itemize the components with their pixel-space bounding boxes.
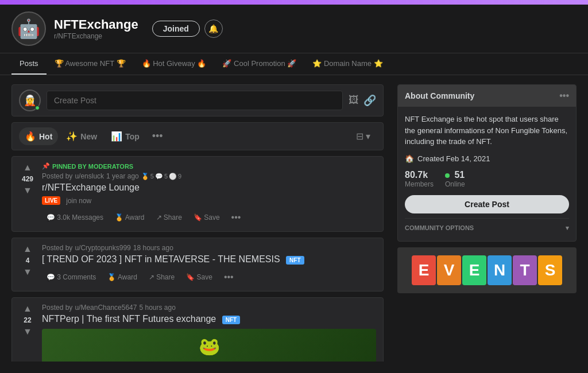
downvote-arrow-3[interactable]: ▼ xyxy=(23,327,32,337)
post-time: 1 year ago xyxy=(106,172,139,180)
tab-hot-giveway[interactable]: 🔥 Hot Giveway 🔥 xyxy=(134,53,215,75)
share-button[interactable]: ↗ Share xyxy=(152,211,187,224)
tab-domain-name[interactable]: ⭐ Domain Name ⭐ xyxy=(304,53,390,75)
community-avatar: 🤖 xyxy=(11,11,46,46)
post-content-3: Posted by u/MeanChance5647 5 hours ago N… xyxy=(42,304,376,362)
more-actions-button-2[interactable]: ••• xyxy=(219,269,238,285)
online-stat: 51 Online xyxy=(445,170,465,188)
award-button[interactable]: 🏅 Award xyxy=(110,211,149,224)
home-icon: 🏠 xyxy=(405,154,414,163)
online-dot xyxy=(35,106,40,110)
sort-top-button[interactable]: 📊 Top xyxy=(105,127,145,145)
online-indicator xyxy=(445,173,450,178)
user-avatar: 🧝 xyxy=(19,90,41,111)
post-time-2: 18 hours ago xyxy=(133,244,173,252)
event-letter-t: T xyxy=(513,255,537,285)
community-options[interactable]: COMMUNITY OPTIONS ▾ xyxy=(405,218,569,234)
nft-badge-3: NFT xyxy=(222,316,240,324)
post-title-2[interactable]: [ TREND OF 2023 ] NFT in METAVERSE - THE… xyxy=(42,254,376,265)
sparkle-icon: ✨ xyxy=(66,131,78,142)
join-now[interactable]: join now xyxy=(66,197,91,205)
image-icon[interactable]: 🖼 xyxy=(349,94,359,107)
pinned-label: 📌 PINNED BY MODERATORS xyxy=(42,162,376,170)
post-card-2: ▲ 4 ▼ Posted by u/Cryptopunks999 18 hour… xyxy=(11,238,384,292)
pin-icon: 📌 xyxy=(42,162,50,170)
post-meta: Posted by u/ensluck 1 year ago 🏅5 💬5 ⚪9 xyxy=(42,172,376,180)
bell-button[interactable]: 🔔 xyxy=(204,20,223,38)
vote-count-3: 22 xyxy=(24,316,31,324)
view-toggle[interactable]: ⊟ ▾ xyxy=(350,127,376,145)
sort-new-button[interactable]: ✨ New xyxy=(60,127,103,145)
live-row: LIVE join now xyxy=(42,196,376,205)
tab-cool-promotion[interactable]: 🚀 Cool Promotion 🚀 xyxy=(214,53,304,75)
right-sidebar: About Community ••• NFT Exchange is the … xyxy=(397,84,577,362)
create-post-input[interactable] xyxy=(47,91,343,110)
sort-bar: 🔥 Hot ✨ New 📊 Top ••• ⊟ ▾ xyxy=(11,122,384,150)
post-time-3: 5 hours ago xyxy=(139,304,175,312)
post-title[interactable]: r/NFTExchange Lounge xyxy=(42,182,376,193)
posted-by-3: Posted by xyxy=(42,304,72,312)
post-meta-2: Posted by u/Cryptopunks999 18 hours ago xyxy=(42,244,376,252)
post-content: 📌 PINNED BY MODERATORS Posted by u/enslu… xyxy=(42,162,376,226)
about-more-button[interactable]: ••• xyxy=(559,91,569,101)
downvote-arrow[interactable]: ▼ xyxy=(23,185,32,196)
save-button-2[interactable]: 🔖 Save xyxy=(181,270,217,284)
post-meta-3: Posted by u/MeanChance5647 5 hours ago xyxy=(42,304,376,312)
stats-row: 80.7k Members 51 Online xyxy=(405,170,569,188)
messages-button[interactable]: 💬 3.0k Messages xyxy=(42,211,108,224)
tab-awesome-nft[interactable]: 🏆 Awesome NFT 🏆 xyxy=(47,53,134,75)
live-badge: LIVE xyxy=(42,196,60,205)
members-count: 80.7k xyxy=(405,170,434,180)
events-letters: E V E N T S xyxy=(412,255,562,285)
post-author-2[interactable]: u/Cryptopunks999 xyxy=(75,244,130,252)
post-card-3: ▲ 22 ▼ Posted by u/MeanChance5647 5 hour… xyxy=(11,297,384,362)
chart-icon: 📊 xyxy=(111,131,122,142)
post-card-pinned: ▲ 429 ▼ 📌 PINNED BY MODERATORS Posted by… xyxy=(11,156,384,232)
main-layout: 🧝 🖼 🔗 🔥 Hot ✨ New 📊 Top ••• xyxy=(0,75,588,371)
vote-column: ▲ 429 ▼ xyxy=(19,162,36,226)
more-actions-button[interactable]: ••• xyxy=(227,209,246,226)
header-actions: Joined 🔔 xyxy=(152,20,223,38)
event-letter-e2: E xyxy=(462,255,486,285)
vote-count-2: 4 xyxy=(26,257,30,265)
post-author[interactable]: u/ensluck xyxy=(75,172,104,180)
members-stat: 80.7k Members xyxy=(405,170,434,188)
sort-more-button[interactable]: ••• xyxy=(148,128,168,145)
vote-column-3: ▲ 22 ▼ xyxy=(19,304,36,362)
comments-button-2[interactable]: 💬 3 Comments xyxy=(42,270,100,284)
tab-posts[interactable]: Posts xyxy=(11,53,47,75)
posted-by-2: Posted by xyxy=(42,244,72,252)
sort-hot-button[interactable]: 🔥 Hot xyxy=(19,127,58,145)
fire-icon: 🔥 xyxy=(25,131,36,142)
vote-column-2: ▲ 4 ▼ xyxy=(19,244,36,285)
upvote-arrow[interactable]: ▲ xyxy=(23,162,32,173)
upvote-arrow-2[interactable]: ▲ xyxy=(23,244,32,254)
nav-tabs: Posts 🏆 Awesome NFT 🏆 🔥 Hot Giveway 🔥 🚀 … xyxy=(0,53,588,75)
post-thumbnail: 🐸 xyxy=(42,329,376,362)
share-button-2[interactable]: ↗ Share xyxy=(144,270,179,284)
sidebar-create-post-button[interactable]: Create Post xyxy=(405,195,569,213)
event-letter-n: N xyxy=(488,255,512,285)
upvote-arrow-3[interactable]: ▲ xyxy=(23,304,32,314)
chevron-down-icon: ▾ xyxy=(566,224,569,232)
downvote-arrow-2[interactable]: ▼ xyxy=(23,267,32,277)
events-box[interactable]: E V E N T S xyxy=(397,247,577,293)
online-label: Online xyxy=(445,180,465,188)
post-title-3[interactable]: NFTPerp | The first NFT Futures exchange… xyxy=(42,314,376,324)
event-letter-e1: E xyxy=(412,255,436,285)
award-icons: 🏅5 💬5 ⚪9 xyxy=(141,173,181,180)
link-icon[interactable]: 🔗 xyxy=(363,94,376,107)
header-info: NFTExchange r/NFTExchange xyxy=(54,17,138,40)
event-letter-v: V xyxy=(437,255,461,285)
created-label: Created Feb 14, 2021 xyxy=(417,154,490,163)
about-title: About Community xyxy=(405,91,474,100)
create-post-icons: 🖼 🔗 xyxy=(349,94,376,107)
create-post-box: 🧝 🖼 🔗 xyxy=(11,84,384,116)
posted-by: Posted by xyxy=(42,172,72,180)
vote-count: 429 xyxy=(22,175,33,183)
join-button[interactable]: Joined xyxy=(152,21,200,37)
save-button[interactable]: 🔖 Save xyxy=(189,211,225,224)
post-author-3[interactable]: u/MeanChance5647 xyxy=(75,304,137,312)
subreddit-name: r/NFTExchange xyxy=(54,32,138,40)
award-button-2[interactable]: 🏅 Award xyxy=(103,270,141,284)
